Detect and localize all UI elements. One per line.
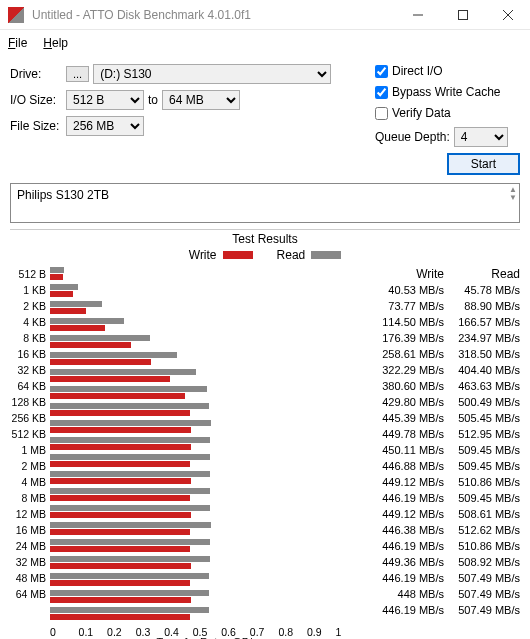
read-header: Read bbox=[444, 266, 520, 282]
controls-panel: Drive: ... (D:) S130 I/O Size: 512 B to … bbox=[0, 56, 530, 181]
minimize-button[interactable] bbox=[395, 0, 440, 30]
results-panel: Test Results Write Read 512 B1 KB2 KB4 K… bbox=[10, 229, 520, 639]
queue-depth-label: Queue Depth: bbox=[375, 130, 450, 144]
y-axis-labels: 512 B1 KB2 KB4 KB8 KB16 KB32 KB64 KB128 … bbox=[10, 266, 50, 639]
menu-file[interactable]: File bbox=[0, 32, 35, 54]
window-title: Untitled - ATTO Disk Benchmark 4.01.0f1 bbox=[32, 8, 395, 22]
svg-rect-1 bbox=[458, 10, 467, 19]
chart-legend: Write Read bbox=[10, 248, 520, 262]
direct-io-label: Direct I/O bbox=[392, 64, 443, 78]
bar-chart: 00.10.20.30.40.50.60.70.80.91 Transfer R… bbox=[50, 266, 368, 639]
drive-label: Drive: bbox=[10, 67, 62, 81]
bypass-cache-checkbox[interactable] bbox=[375, 86, 388, 99]
results-title: Test Results bbox=[10, 232, 520, 246]
bypass-cache-label: Bypass Write Cache bbox=[392, 85, 501, 99]
menu-bar: File Help bbox=[0, 30, 530, 56]
menu-help[interactable]: Help bbox=[35, 32, 76, 54]
description-textbox[interactable]: Philips S130 2TB ▲▼ bbox=[10, 183, 520, 223]
maximize-button[interactable] bbox=[440, 0, 485, 30]
drive-select[interactable]: (D:) S130 bbox=[93, 64, 331, 84]
write-header: Write bbox=[368, 266, 444, 282]
filesize-label: File Size: bbox=[10, 119, 62, 133]
verify-data-label: Verify Data bbox=[392, 106, 451, 120]
title-bar: Untitled - ATTO Disk Benchmark 4.01.0f1 bbox=[0, 0, 530, 30]
write-column: Write 40.53 MB/s73.77 MB/s114.50 MB/s176… bbox=[368, 266, 444, 639]
drive-browse-button[interactable]: ... bbox=[66, 66, 89, 82]
legend-read-label: Read bbox=[277, 248, 306, 262]
start-button[interactable]: Start bbox=[447, 153, 520, 175]
textbox-scroll[interactable]: ▲▼ bbox=[509, 186, 517, 202]
close-button[interactable] bbox=[485, 0, 530, 30]
iosize-to-label: to bbox=[148, 93, 158, 107]
read-column: Read 45.78 MB/s88.90 MB/s166.57 MB/s234.… bbox=[444, 266, 520, 639]
description-text: Philips S130 2TB bbox=[17, 188, 109, 202]
legend-write-label: Write bbox=[189, 248, 217, 262]
iosize-to-select[interactable]: 64 MB bbox=[162, 90, 240, 110]
direct-io-checkbox[interactable] bbox=[375, 65, 388, 78]
app-icon bbox=[8, 7, 24, 23]
iosize-from-select[interactable]: 512 B bbox=[66, 90, 144, 110]
filesize-select[interactable]: 256 MB bbox=[66, 116, 144, 136]
write-swatch bbox=[223, 251, 253, 259]
verify-data-checkbox[interactable] bbox=[375, 107, 388, 120]
read-swatch bbox=[311, 251, 341, 259]
iosize-label: I/O Size: bbox=[10, 93, 62, 107]
queue-depth-select[interactable]: 4 bbox=[454, 127, 508, 147]
